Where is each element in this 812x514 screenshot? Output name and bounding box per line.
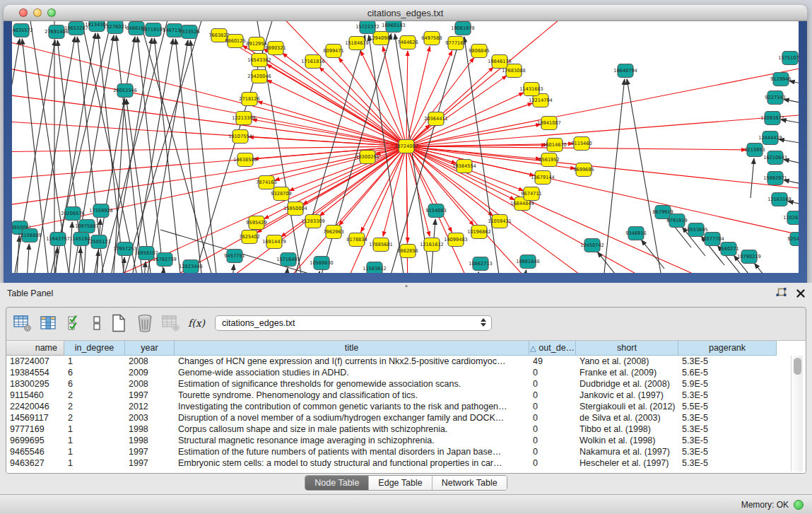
table-cell[interactable]: 5.3E-5 <box>678 412 777 424</box>
tab-node-table[interactable]: Node Table <box>305 476 369 490</box>
citation-edge-black[interactable] <box>230 264 234 273</box>
table-cell[interactable]: 0 <box>529 401 576 412</box>
graph-node-teal[interactable]: 20053346 <box>113 84 137 98</box>
table-row[interactable]: 969969511998Structural magnetic resonanc… <box>6 435 806 446</box>
table-cell[interactable]: 1997 <box>125 457 175 469</box>
table-cell[interactable]: 0 <box>529 424 576 435</box>
table-cell[interactable]: 1 <box>64 424 125 435</box>
table-cell[interactable]: de Silva et al. (2003) <box>576 412 678 424</box>
table-cell[interactable]: 9115460 <box>6 390 64 401</box>
citation-edge-black[interactable] <box>77 247 81 273</box>
table-cell[interactable]: 5.9E-5 <box>678 378 777 390</box>
table-cell[interactable]: Dudbridge et al. (2008) <box>576 378 678 390</box>
table-row[interactable]: 1456911722003Disruption of a novel membe… <box>6 412 806 424</box>
graph-node-yellow[interactable]: 8860125 <box>225 35 245 48</box>
table-row[interactable]: 1830029562008Estimation of significance … <box>6 378 806 390</box>
table-row[interactable]: 946554611997Estimation of the future num… <box>6 446 806 457</box>
graph-node-yellow[interactable]: 18107554 <box>228 130 252 144</box>
table-cell[interactable]: Investigating the contribution of common… <box>175 401 529 412</box>
panel-splitter-handle[interactable]: ▲ <box>402 284 411 288</box>
table-cell[interactable]: 2009 <box>125 367 175 378</box>
table-cell[interactable]: Genome-wide association studies in ADHD. <box>175 367 529 378</box>
graph-node-teal[interactable]: 6791919 <box>666 214 687 228</box>
column-header-name[interactable]: name <box>6 341 64 356</box>
graph-node-teal[interactable]: 16960183 <box>382 21 406 33</box>
table-cell[interactable]: Structural magnetic resonance image aver… <box>175 435 529 446</box>
column-header-pagerank[interactable]: pagerank <box>678 341 777 356</box>
graph-node-teal[interactable]: 12163169 <box>767 193 792 206</box>
graph-node-yellow[interactable]: 7962963 <box>323 226 343 239</box>
column-header-out_de[interactable]: △out_de… <box>529 341 576 356</box>
table-cell[interactable]: 0 <box>529 390 576 401</box>
table-cell[interactable]: 2 <box>64 412 125 424</box>
graph-node-yellow[interactable]: 9699695 <box>573 163 594 177</box>
graph-node-teal[interactable]: 10981648 <box>516 255 540 269</box>
graph-node-yellow[interactable]: 16914479 <box>262 235 286 249</box>
table-cell[interactable]: 2012 <box>125 401 175 412</box>
table-cell[interactable]: Estimation of the future numbers of pati… <box>175 446 529 457</box>
table-cell[interactable]: 9777169 <box>6 424 64 435</box>
table-cell[interactable]: 5.3E-5 <box>678 435 777 446</box>
graph-node-teal[interactable]: 9457751 <box>224 250 245 263</box>
graph-node-teal[interactable]: 9215953 <box>744 144 765 157</box>
table-cell[interactable]: Nakamura et al. (1997) <box>576 446 678 457</box>
citation-edge-black[interactable] <box>784 99 799 107</box>
table-row[interactable]: 2242004622012Investigating the contribut… <box>6 401 806 412</box>
graph-node-teal[interactable]: 19061978 <box>451 22 475 35</box>
graph-node-yellow[interactable]: 11283309 <box>301 215 325 228</box>
scrollbar-thumb[interactable] <box>794 358 801 375</box>
table-cell[interactable]: Corpus callosum shape and size in male p… <box>175 424 529 435</box>
table-cell[interactable]: 2003 <box>125 412 175 424</box>
citation-edge-red[interactable] <box>406 51 408 146</box>
table-cell[interactable]: 1997 <box>125 390 175 401</box>
table-cell[interactable]: Changes of HCN gene expression and I(f) … <box>175 356 529 367</box>
citation-edge-red[interactable] <box>12 146 406 237</box>
citation-edge-red[interactable] <box>264 49 406 146</box>
graph-node-teal[interactable]: 9254063 <box>787 233 799 246</box>
citation-edge-black[interactable] <box>142 262 146 273</box>
table-cell[interactable]: 2008 <box>125 356 175 367</box>
table-cell[interactable]: 0 <box>529 378 576 390</box>
table-cell[interactable]: Franke et al. (2009) <box>576 367 678 378</box>
citation-edge-black[interactable] <box>754 263 777 273</box>
table-cell[interactable]: 0 <box>529 435 576 446</box>
table-cell[interactable]: 1 <box>64 356 125 367</box>
graph-node-teal[interactable]: 15716485 <box>276 253 300 267</box>
graph-node-teal[interactable]: 17359928 <box>89 204 113 218</box>
table-cell[interactable]: 2008 <box>125 378 175 390</box>
citation-edge-black[interactable] <box>604 79 625 273</box>
select-column-icon[interactable] <box>40 314 58 332</box>
table-cell[interactable]: 19384554 <box>6 367 64 378</box>
graph-node-teal[interactable]: 10588630 <box>310 257 334 270</box>
table-cell[interactable]: 49 <box>529 356 576 367</box>
table-cell[interactable]: 0 <box>529 446 576 457</box>
graph-node-yellow[interactable]: 8178834 <box>346 233 367 247</box>
table-cell[interactable]: 1 <box>64 457 125 469</box>
graph-node-teal[interactable]: 14035572 <box>12 24 33 37</box>
graph-node-yellow[interactable]: 9777169 <box>445 37 466 50</box>
graph-node-yellow[interactable]: 8099471 <box>323 45 343 58</box>
citation-edge-black[interactable] <box>784 160 799 168</box>
citation-edge-black[interactable] <box>111 21 210 273</box>
graph-node-yellow[interactable]: 15184619 <box>345 37 369 50</box>
graph-node-yellow[interactable]: 9115460 <box>571 137 592 151</box>
memory-status-indicator[interactable] <box>794 500 804 510</box>
zoom-window-button[interactable] <box>47 8 56 17</box>
table-cell[interactable]: 5.3E-5 <box>678 424 777 435</box>
column-header-year[interactable]: year <box>125 341 175 356</box>
table-row[interactable]: 977716911998Corpus callosum shape and si… <box>6 424 806 435</box>
graph-node-teal[interactable]: 15992971 <box>763 172 787 185</box>
table-cell[interactable]: Stergiakouli et al. (2012) <box>576 401 678 412</box>
table-row[interactable]: 911546021997Tourette syndrome. Phenomeno… <box>6 390 806 401</box>
table-cell[interactable]: 5.6E-5 <box>678 367 777 378</box>
graph-node-teal[interactable]: 9129946 <box>770 73 791 86</box>
table-cell[interactable]: 0 <box>529 412 576 424</box>
graph-node-yellow[interactable]: 2718126 <box>239 93 259 106</box>
graph-node-teal[interactable]: 16210643 <box>763 151 787 165</box>
graph-node-teal[interactable]: 11583612 <box>363 262 387 274</box>
minimize-window-button[interactable] <box>33 8 42 17</box>
table-cell[interactable]: 18300295 <box>6 378 64 390</box>
table-cell[interactable]: 5.3E-5 <box>678 356 777 367</box>
graph-node-yellow[interactable]: 8912954 <box>246 37 266 51</box>
graph-node-teal[interactable]: 15751074 <box>778 52 799 65</box>
